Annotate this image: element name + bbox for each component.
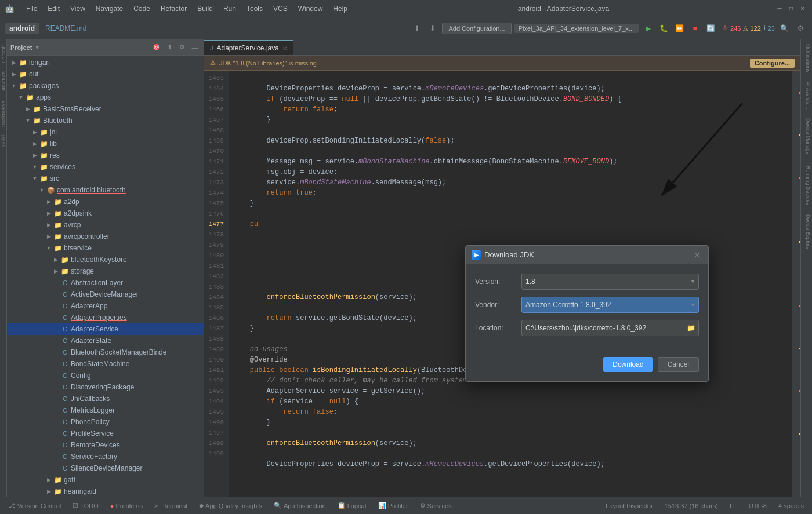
tree-item-bluetoothkeystore[interactable]: ▶ 📁 bluetoothKeystore [7, 254, 204, 265]
tree-item-phonepolicy[interactable]: ▶ C PhonePolicy [7, 416, 204, 428]
search-button[interactable]: 🔍 [777, 21, 791, 35]
tree-item-config[interactable]: ▶ C Config [7, 370, 204, 381]
tree-item-abstractionlayer[interactable]: ▶ C AbstractionLayer [7, 277, 204, 289]
tree-item-adapterservice[interactable]: ▶ C AdapterService [7, 323, 204, 335]
tree-item-a2dp[interactable]: ▶ 📁 a2dp [7, 196, 204, 207]
menu-window[interactable]: Window [293, 3, 328, 14]
stop-button[interactable]: ■ [688, 21, 702, 35]
menu-navigate[interactable]: Navigate [91, 3, 128, 14]
tree-item-adapterstate[interactable]: ▶ C AdapterState [7, 335, 204, 347]
scroll-to-source-icon[interactable]: 🎯 [151, 42, 162, 53]
sync-button[interactable]: 🔄 [704, 21, 717, 35]
cancel-button[interactable]: Cancel [658, 357, 699, 372]
menu-tools[interactable]: Tools [242, 3, 267, 14]
tree-item-com-android-bluetooth[interactable]: ▼ 📦 com.android.bluetooth [7, 184, 204, 196]
encoding-status[interactable]: UTF-8 [745, 501, 770, 511]
debug-button[interactable]: 🐛 [657, 21, 670, 35]
tree-item-services[interactable]: ▼ 📁 services [7, 161, 204, 173]
run-button[interactable]: ▶ [641, 21, 655, 35]
tree-item-out[interactable]: ▶ 📁 out [7, 68, 204, 80]
tree-item-avrcpcontroller[interactable]: ▶ 📁 avrcpcontroller [7, 231, 204, 242]
tree-item-packages[interactable]: ▼ 📁 packages [7, 80, 204, 92]
profiler-status[interactable]: 📊 Profiler [375, 501, 412, 511]
tree-item-gatt[interactable]: ▶ 📁 gatt [7, 474, 204, 486]
layout-inspector-status[interactable]: Layout Inspector [602, 501, 656, 511]
tree-item-bluetoothsocketmanager[interactable]: ▶ C BluetoothSocketManagerBinde [7, 347, 204, 358]
vendor-select[interactable]: Amazon Corretto 1.8.0_392 [521, 297, 699, 313]
build-variants-tab[interactable]: Build [0, 132, 6, 150]
tree-item-src[interactable]: ▼ 📁 src [7, 173, 204, 184]
tab-adapterservice[interactable]: J AdapterService.java ✕ [204, 40, 293, 55]
structure-tab[interactable]: Structure [0, 68, 6, 96]
tree-item-jnicallbacks[interactable]: ▶ C JniCallbacks [7, 393, 204, 404]
app-inspection-status[interactable]: 🔍 App Inspection [270, 501, 329, 511]
close-button[interactable]: ✕ [798, 4, 807, 13]
menu-refactor[interactable]: Refactor [156, 3, 191, 14]
tree-item-avrcp[interactable]: ▶ 📁 avrcp [7, 219, 204, 231]
line-ending-status[interactable]: LF [726, 501, 741, 511]
version-select[interactable]: 1.8 [521, 274, 699, 290]
cursor-position[interactable]: 1513:37 (16 chars) [661, 501, 722, 511]
services-status[interactable]: ⚙ Services [416, 501, 455, 511]
indent-status[interactable]: 4 spaces [775, 501, 807, 511]
configure-jdk-button[interactable]: Configure... [750, 59, 795, 68]
menu-run[interactable]: Run [219, 3, 241, 14]
logcat-status[interactable]: 📋 Logcat [334, 501, 370, 511]
bookmarks-tab[interactable]: Bookmarks [0, 97, 6, 130]
tree-item-storage[interactable]: ▶ 📁 storage [7, 265, 204, 277]
maximize-button[interactable]: □ [786, 4, 796, 13]
tree-item-btservice[interactable]: ▼ 📁 btservice [7, 242, 204, 254]
todo-status[interactable]: ☑ TODO [69, 501, 102, 511]
tree-item-discoveringpackage[interactable]: ▶ C DiscoveringPackage [7, 381, 204, 393]
profile-button[interactable]: ⏩ [672, 21, 686, 35]
tree-item-bluetooth[interactable]: ▼ 📁 Bluetooth [7, 115, 204, 126]
running-devices-tab[interactable]: Running Devices [801, 161, 812, 210]
panel-settings-icon[interactable]: ⚙ [177, 42, 187, 53]
tree-item-jni[interactable]: ▶ 📁 jni [7, 126, 204, 138]
version-control-status[interactable]: ⎇ Version Control [5, 501, 64, 511]
git-update-icon[interactable]: ⬆ [410, 21, 424, 35]
app-quality-status[interactable]: ◆ App Quality Insights [195, 501, 266, 511]
device-manager-tab[interactable]: Device Manager [801, 114, 812, 161]
tree-item-silencedevicemanager[interactable]: ▶ C SilenceDeviceManager [7, 462, 204, 474]
menu-edit[interactable]: Edit [43, 3, 64, 14]
tree-item-basicsmsreceiver[interactable]: ▶ 📁 BasicSmsReceiver [7, 103, 204, 115]
device-selector[interactable]: Pixel_3a_API_34_extension_level_7_x... [514, 24, 639, 33]
tree-item-a2dpsink[interactable]: ▶ 📁 a2dpsink [7, 207, 204, 219]
tree-item-activedevicemanager[interactable]: ▶ C ActiveDeviceManager [7, 289, 204, 300]
readme-tab[interactable]: README.md [42, 23, 90, 34]
tree-item-adapterproperties[interactable]: ▶ C AdapterProperties [7, 312, 204, 323]
tree-item-metricslogger[interactable]: ▶ C MetricsLogger [7, 404, 204, 416]
collapse-all-icon[interactable]: ⬆ [164, 42, 175, 53]
tree-item-bondstatemachine[interactable]: ▶ C BondStateMachine [7, 358, 204, 370]
problems-status[interactable]: ● Problems [107, 501, 146, 511]
ai-assistant-tab[interactable]: AI Assistant [801, 77, 812, 114]
tree-item-profileservice[interactable]: ▶ C ProfileService [7, 428, 204, 439]
menu-build[interactable]: Build [193, 3, 217, 14]
panel-minimize-icon[interactable]: — [190, 42, 200, 53]
tree-item-res[interactable]: ▶ 📁 res [7, 150, 204, 161]
tree-item-servicefactory[interactable]: ▶ C ServiceFactory [7, 451, 204, 462]
browse-folder-icon[interactable]: 📁 [687, 324, 695, 332]
tree-item-apps[interactable]: ▼ 📁 apps [7, 92, 204, 103]
minimize-button[interactable]: ─ [775, 4, 784, 13]
settings-icon[interactable]: ⚙ [793, 21, 807, 35]
git-push-icon[interactable]: ⬇ [426, 21, 440, 35]
menu-vcs[interactable]: VCS [269, 3, 292, 14]
menu-code[interactable]: Code [129, 3, 155, 14]
commit-tab[interactable]: Commit [0, 42, 6, 67]
tree-item-adapterapp[interactable]: ▶ C AdapterApp [7, 300, 204, 312]
location-input[interactable] [521, 320, 699, 336]
menu-view[interactable]: View [66, 3, 90, 14]
tree-item-hearingaid[interactable]: ▶ 📁 hearingaid [7, 486, 204, 497]
notifications-tab[interactable]: Notifications [801, 39, 812, 77]
tree-item-longan[interactable]: ▶ 📁 longan [7, 57, 204, 68]
modal-close-button[interactable]: ✕ [692, 250, 702, 260]
menu-help[interactable]: Help [328, 3, 352, 14]
tree-item-lib[interactable]: ▶ 📁 lib [7, 138, 204, 150]
tree-item-remotedevices[interactable]: ▶ C RemoteDevices [7, 439, 204, 451]
terminal-status[interactable]: >_ Terminal [151, 501, 191, 511]
device-explorer-tab[interactable]: Device Explorer [801, 210, 812, 256]
tab-close-icon[interactable]: ✕ [282, 45, 287, 52]
download-button[interactable]: Download [603, 357, 652, 372]
